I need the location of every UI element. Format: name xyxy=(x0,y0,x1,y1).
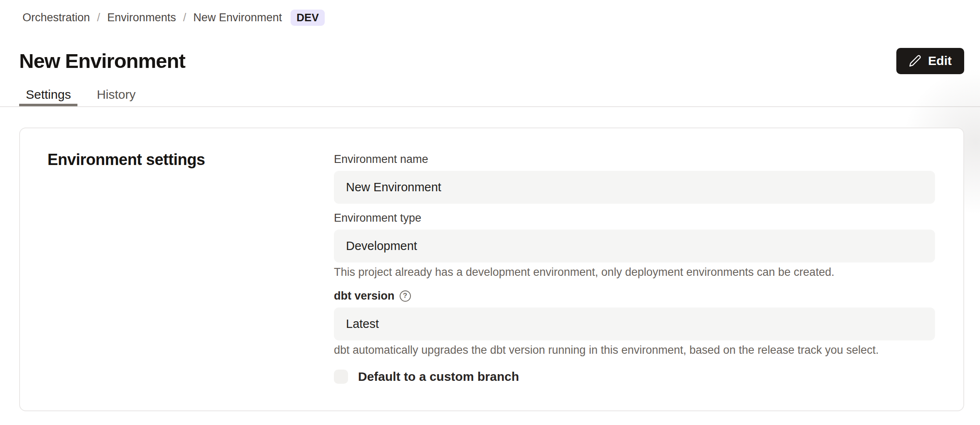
environment-settings-form: Environment name New Environment Environ… xyxy=(334,128,963,410)
help-icon[interactable]: ? xyxy=(400,290,411,302)
breadcrumb-item-environments[interactable]: Environments xyxy=(107,9,176,26)
environment-name-label: Environment name xyxy=(334,151,935,168)
environment-type-value: Development xyxy=(346,239,417,253)
environment-name-label-text: Environment name xyxy=(334,151,428,168)
custom-branch-checkbox[interactable] xyxy=(334,370,348,384)
custom-branch-label: Default to a custom branch xyxy=(358,370,519,384)
dbt-version-value: Latest xyxy=(346,317,379,331)
dev-environment-badge: DEV xyxy=(291,10,324,26)
new-environment-page: Orchestration / Environments / New Envir… xyxy=(0,0,980,425)
breadcrumb-separator: / xyxy=(97,9,100,26)
page-title: New Environment xyxy=(19,49,185,73)
title-row: New Environment Edit xyxy=(19,49,964,73)
breadcrumb-item-orchestration[interactable]: Orchestration xyxy=(22,9,90,26)
environment-name-input[interactable]: New Environment xyxy=(334,171,935,204)
tabs: Settings History xyxy=(0,80,980,107)
environment-type-helper-text: This project already has a development e… xyxy=(334,264,935,280)
environment-type-label: Environment type xyxy=(334,210,935,226)
pencil-icon xyxy=(909,55,921,67)
environment-type-label-text: Environment type xyxy=(334,210,421,226)
breadcrumb: Orchestration / Environments / New Envir… xyxy=(0,0,980,26)
edit-button[interactable]: Edit xyxy=(896,48,964,74)
dbt-version-label: dbt version ? xyxy=(334,288,935,304)
breadcrumb-item-new-environment[interactable]: New Environment xyxy=(193,9,282,26)
dbt-version-label-text: dbt version xyxy=(334,288,395,304)
tab-history[interactable]: History xyxy=(90,80,142,106)
card-heading-column: Environment settings xyxy=(20,128,334,410)
dbt-version-input[interactable]: Latest xyxy=(334,308,935,340)
environment-type-input[interactable]: Development xyxy=(334,230,935,262)
edit-button-label: Edit xyxy=(928,54,952,68)
card-heading: Environment settings xyxy=(47,150,334,169)
dbt-version-helper-text: dbt automatically upgrades the dbt versi… xyxy=(334,342,935,358)
environment-name-value: New Environment xyxy=(346,180,441,194)
tab-settings[interactable]: Settings xyxy=(19,80,77,106)
breadcrumb-separator: / xyxy=(183,9,187,26)
custom-branch-row: Default to a custom branch xyxy=(334,370,935,384)
environment-settings-card: Environment settings Environment name Ne… xyxy=(19,128,964,411)
